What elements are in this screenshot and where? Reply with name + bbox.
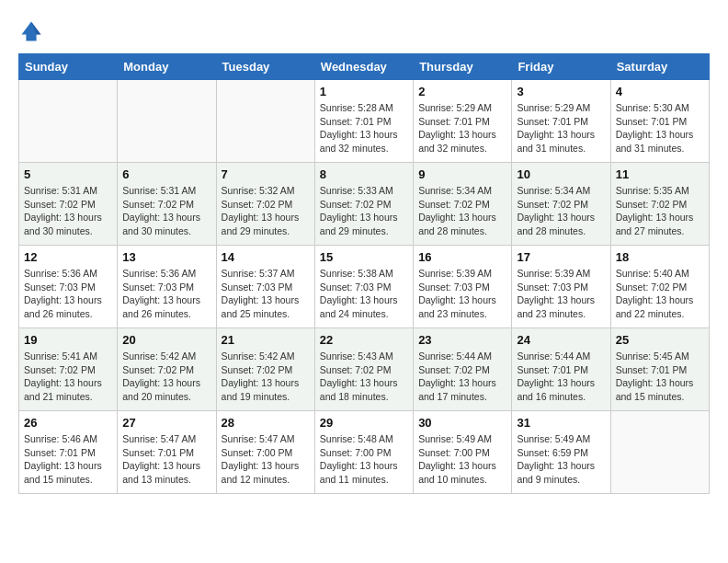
calendar-day-cell — [610, 411, 709, 494]
day-number: 7 — [222, 167, 310, 181]
calendar-day-cell: 15Sunrise: 5:38 AM Sunset: 7:03 PM Dayli… — [314, 246, 413, 328]
calendar-week-row: 12Sunrise: 5:36 AM Sunset: 7:03 PM Dayli… — [19, 246, 710, 328]
day-info: Sunrise: 5:33 AM Sunset: 7:02 PM Dayligh… — [320, 184, 408, 238]
day-info: Sunrise: 5:47 AM Sunset: 7:00 PM Dayligh… — [222, 432, 310, 487]
calendar-day-cell: 7Sunrise: 5:32 AM Sunset: 7:02 PM Daylig… — [216, 163, 314, 246]
day-info: Sunrise: 5:34 AM Sunset: 7:02 PM Dayligh… — [517, 184, 605, 238]
day-info: Sunrise: 5:37 AM Sunset: 7:03 PM Dayligh… — [222, 267, 310, 321]
day-number: 16 — [418, 250, 506, 264]
day-info: Sunrise: 5:45 AM Sunset: 7:01 PM Dayligh… — [616, 350, 704, 404]
day-info: Sunrise: 5:32 AM Sunset: 7:02 PM Dayligh… — [222, 184, 310, 238]
day-info: Sunrise: 5:31 AM Sunset: 7:02 PM Dayligh… — [122, 184, 210, 238]
calendar-day-cell: 26Sunrise: 5:46 AM Sunset: 7:01 PM Dayli… — [19, 411, 118, 494]
day-number: 3 — [517, 85, 605, 98]
calendar: SundayMondayTuesdayWednesdayThursdayFrid… — [18, 53, 710, 494]
day-number: 8 — [320, 167, 408, 181]
calendar-day-cell: 24Sunrise: 5:44 AM Sunset: 7:01 PM Dayli… — [512, 328, 610, 411]
day-number: 23 — [418, 333, 506, 347]
weekday-header-tuesday: Tuesday — [216, 54, 314, 80]
calendar-day-cell: 18Sunrise: 5:40 AM Sunset: 7:02 PM Dayli… — [610, 246, 709, 328]
calendar-day-cell: 13Sunrise: 5:36 AM Sunset: 7:03 PM Dayli… — [118, 246, 216, 328]
day-info: Sunrise: 5:42 AM Sunset: 7:02 PM Dayligh… — [222, 350, 310, 404]
calendar-day-cell: 28Sunrise: 5:47 AM Sunset: 7:00 PM Dayli… — [216, 411, 314, 494]
calendar-day-cell: 20Sunrise: 5:42 AM Sunset: 7:02 PM Dayli… — [118, 328, 216, 411]
calendar-day-cell: 14Sunrise: 5:37 AM Sunset: 7:03 PM Dayli… — [216, 246, 314, 328]
day-number: 15 — [320, 250, 408, 264]
calendar-day-cell: 4Sunrise: 5:30 AM Sunset: 7:01 PM Daylig… — [610, 80, 709, 163]
day-number: 13 — [122, 250, 210, 264]
day-number: 5 — [24, 167, 112, 181]
day-number: 24 — [517, 333, 605, 347]
day-info: Sunrise: 5:30 AM Sunset: 7:01 PM Dayligh… — [616, 101, 704, 155]
day-number: 12 — [24, 250, 112, 264]
calendar-day-cell: 19Sunrise: 5:41 AM Sunset: 7:02 PM Dayli… — [19, 328, 118, 411]
day-info: Sunrise: 5:41 AM Sunset: 7:02 PM Dayligh… — [24, 350, 112, 404]
calendar-day-cell: 9Sunrise: 5:34 AM Sunset: 7:02 PM Daylig… — [414, 163, 512, 246]
day-number: 27 — [122, 416, 210, 430]
weekday-header-row: SundayMondayTuesdayWednesdayThursdayFrid… — [19, 54, 710, 80]
day-info: Sunrise: 5:42 AM Sunset: 7:02 PM Dayligh… — [122, 350, 210, 404]
calendar-day-cell: 6Sunrise: 5:31 AM Sunset: 7:02 PM Daylig… — [118, 163, 216, 246]
day-info: Sunrise: 5:49 AM Sunset: 7:00 PM Dayligh… — [418, 432, 506, 487]
day-info: Sunrise: 5:44 AM Sunset: 7:02 PM Dayligh… — [418, 350, 506, 404]
calendar-day-cell: 8Sunrise: 5:33 AM Sunset: 7:02 PM Daylig… — [314, 163, 413, 246]
day-number: 6 — [122, 167, 210, 181]
weekday-header-friday: Friday — [512, 54, 610, 80]
day-info: Sunrise: 5:34 AM Sunset: 7:02 PM Dayligh… — [418, 184, 506, 238]
day-number: 14 — [222, 250, 310, 264]
day-info: Sunrise: 5:36 AM Sunset: 7:03 PM Dayligh… — [122, 267, 210, 321]
day-info: Sunrise: 5:48 AM Sunset: 7:00 PM Dayligh… — [320, 432, 408, 487]
day-info: Sunrise: 5:43 AM Sunset: 7:02 PM Dayligh… — [320, 350, 408, 404]
calendar-week-row: 26Sunrise: 5:46 AM Sunset: 7:01 PM Dayli… — [19, 411, 710, 494]
day-info: Sunrise: 5:49 AM Sunset: 6:59 PM Dayligh… — [517, 432, 605, 487]
day-number: 26 — [24, 416, 112, 430]
calendar-day-cell: 11Sunrise: 5:35 AM Sunset: 7:02 PM Dayli… — [610, 163, 709, 246]
day-info: Sunrise: 5:36 AM Sunset: 7:03 PM Dayligh… — [24, 267, 112, 321]
day-info: Sunrise: 5:29 AM Sunset: 7:01 PM Dayligh… — [418, 101, 506, 155]
weekday-header-monday: Monday — [118, 54, 216, 80]
calendar-day-cell: 2Sunrise: 5:29 AM Sunset: 7:01 PM Daylig… — [414, 80, 512, 163]
day-number: 22 — [320, 333, 408, 347]
day-info: Sunrise: 5:31 AM Sunset: 7:02 PM Dayligh… — [24, 184, 112, 238]
day-number: 1 — [320, 85, 408, 98]
day-number: 2 — [418, 85, 506, 98]
day-info: Sunrise: 5:40 AM Sunset: 7:02 PM Dayligh… — [616, 267, 704, 321]
day-info: Sunrise: 5:46 AM Sunset: 7:01 PM Dayligh… — [24, 432, 112, 487]
logo — [18, 18, 48, 44]
calendar-day-cell: 21Sunrise: 5:42 AM Sunset: 7:02 PM Dayli… — [216, 328, 314, 411]
weekday-header-sunday: Sunday — [19, 54, 118, 80]
logo-icon — [18, 18, 44, 44]
calendar-day-cell: 5Sunrise: 5:31 AM Sunset: 7:02 PM Daylig… — [19, 163, 118, 246]
calendar-day-cell: 1Sunrise: 5:28 AM Sunset: 7:01 PM Daylig… — [314, 80, 413, 163]
day-number: 20 — [122, 333, 210, 347]
day-number: 9 — [418, 167, 506, 181]
day-info: Sunrise: 5:28 AM Sunset: 7:01 PM Dayligh… — [320, 101, 408, 155]
day-number: 4 — [616, 85, 704, 98]
calendar-day-cell: 22Sunrise: 5:43 AM Sunset: 7:02 PM Dayli… — [314, 328, 413, 411]
day-info: Sunrise: 5:29 AM Sunset: 7:01 PM Dayligh… — [517, 101, 605, 155]
calendar-day-cell: 16Sunrise: 5:39 AM Sunset: 7:03 PM Dayli… — [414, 246, 512, 328]
day-number: 21 — [222, 333, 310, 347]
weekday-header-wednesday: Wednesday — [314, 54, 413, 80]
calendar-day-cell: 23Sunrise: 5:44 AM Sunset: 7:02 PM Dayli… — [414, 328, 512, 411]
day-info: Sunrise: 5:39 AM Sunset: 7:03 PM Dayligh… — [517, 267, 605, 321]
day-number: 18 — [616, 250, 704, 264]
calendar-day-cell: 3Sunrise: 5:29 AM Sunset: 7:01 PM Daylig… — [512, 80, 610, 163]
calendar-day-cell: 17Sunrise: 5:39 AM Sunset: 7:03 PM Dayli… — [512, 246, 610, 328]
day-number: 19 — [24, 333, 112, 347]
calendar-day-cell — [19, 80, 118, 163]
calendar-day-cell: 31Sunrise: 5:49 AM Sunset: 6:59 PM Dayli… — [512, 411, 610, 494]
day-info: Sunrise: 5:38 AM Sunset: 7:03 PM Dayligh… — [320, 267, 408, 321]
calendar-day-cell — [118, 80, 216, 163]
calendar-day-cell: 29Sunrise: 5:48 AM Sunset: 7:00 PM Dayli… — [314, 411, 413, 494]
day-number: 11 — [616, 167, 704, 181]
calendar-day-cell: 27Sunrise: 5:47 AM Sunset: 7:01 PM Dayli… — [118, 411, 216, 494]
calendar-day-cell: 12Sunrise: 5:36 AM Sunset: 7:03 PM Dayli… — [19, 246, 118, 328]
day-number: 10 — [517, 167, 605, 181]
calendar-week-row: 1Sunrise: 5:28 AM Sunset: 7:01 PM Daylig… — [19, 80, 710, 163]
day-number: 28 — [222, 416, 310, 430]
calendar-day-cell — [216, 80, 314, 163]
day-info: Sunrise: 5:35 AM Sunset: 7:02 PM Dayligh… — [616, 184, 704, 238]
page-header — [18, 18, 710, 44]
day-info: Sunrise: 5:44 AM Sunset: 7:01 PM Dayligh… — [517, 350, 605, 404]
